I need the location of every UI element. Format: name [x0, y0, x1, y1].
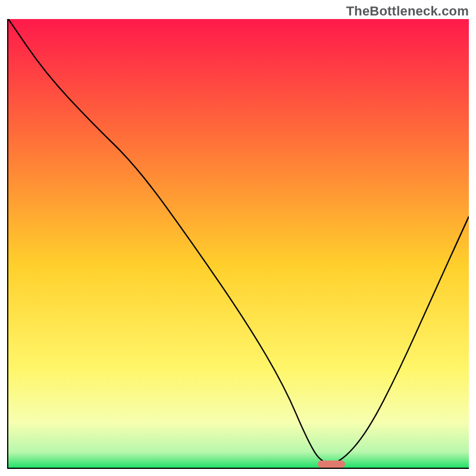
- optimal-range-marker: [318, 461, 346, 468]
- bottleneck-curve: [8, 19, 469, 468]
- watermark-text: TheBottleneck.com: [346, 4, 469, 19]
- chart-container: TheBottleneck.com: [0, 0, 476, 476]
- plot-area: [7, 19, 469, 469]
